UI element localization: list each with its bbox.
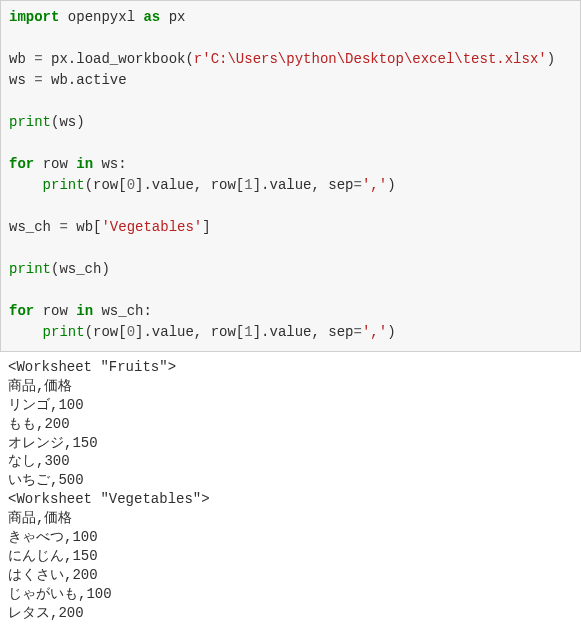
operator-eq: = (34, 72, 42, 88)
keyword-in: in (76, 156, 93, 172)
builtin-print: print (43, 324, 85, 340)
keyword-import: import (9, 9, 59, 25)
operator-eq: = (59, 219, 67, 235)
output-line: リンゴ,100 (8, 397, 84, 413)
iter-wsch: ws_ch: (101, 303, 151, 319)
output-block: <Worksheet "Fruits"> 商品,価格 リンゴ,100 もも,20… (0, 352, 581, 628)
keyword-in: in (76, 303, 93, 319)
output-line: レタス,200 (8, 605, 84, 621)
output-line: 商品,価格 (8, 378, 72, 394)
operator-eq: = (34, 51, 42, 67)
builtin-print: print (9, 261, 51, 277)
var-row: row (43, 303, 68, 319)
paren-close: ) (547, 51, 555, 67)
expr-active: wb.active (51, 72, 127, 88)
code-text: (row[ (85, 177, 127, 193)
alias-name: px (169, 9, 186, 25)
expr-wb: wb[ (76, 219, 101, 235)
string-sep: ',' (362, 324, 387, 340)
output-line: いちご,500 (8, 472, 84, 488)
operator-eq: = (354, 324, 362, 340)
output-line: <Worksheet "Vegetables"> (8, 491, 210, 507)
number-0: 0 (127, 324, 135, 340)
string-key: 'Vegetables' (101, 219, 202, 235)
number-1: 1 (244, 177, 252, 193)
output-line: 商品,価格 (8, 510, 72, 526)
print-args: (ws_ch) (51, 261, 110, 277)
code-text: ].value, row[ (135, 324, 244, 340)
output-line: きゃべつ,100 (8, 529, 98, 545)
number-1: 1 (244, 324, 252, 340)
output-line: オレンジ,150 (8, 435, 98, 451)
output-line: もも,200 (8, 416, 70, 432)
output-line: じゃがいも,100 (8, 586, 112, 602)
code-text: (row[ (85, 324, 127, 340)
keyword-for: for (9, 156, 34, 172)
var-wsch: ws_ch (9, 219, 51, 235)
iter-ws: ws: (101, 156, 126, 172)
paren-close: ) (387, 324, 395, 340)
output-line: <Worksheet "Fruits"> (8, 359, 176, 375)
code-block: import openpyxl as px wb = px.load_workb… (0, 0, 581, 352)
bracket-close: ] (202, 219, 210, 235)
var-ws: ws (9, 72, 26, 88)
code-text: ].value, sep (253, 177, 354, 193)
string-sep: ',' (362, 177, 387, 193)
keyword-for: for (9, 303, 34, 319)
builtin-print: print (43, 177, 85, 193)
code-text: ].value, row[ (135, 177, 244, 193)
output-line: なし,300 (8, 453, 70, 469)
output-line: にんじん,150 (8, 548, 98, 564)
module-name: openpyxl (68, 9, 135, 25)
output-line: はくさい,200 (8, 567, 98, 583)
builtin-print: print (9, 114, 51, 130)
string-path: r'C:\Users\python\Desktop\excel\test.xls… (194, 51, 547, 67)
number-0: 0 (127, 177, 135, 193)
operator-eq: = (354, 177, 362, 193)
var-row: row (43, 156, 68, 172)
code-text: ].value, sep (253, 324, 354, 340)
keyword-as: as (143, 9, 160, 25)
var-wb: wb (9, 51, 26, 67)
call-load: px.load_workbook( (51, 51, 194, 67)
paren-close: ) (387, 177, 395, 193)
print-args: (ws) (51, 114, 85, 130)
